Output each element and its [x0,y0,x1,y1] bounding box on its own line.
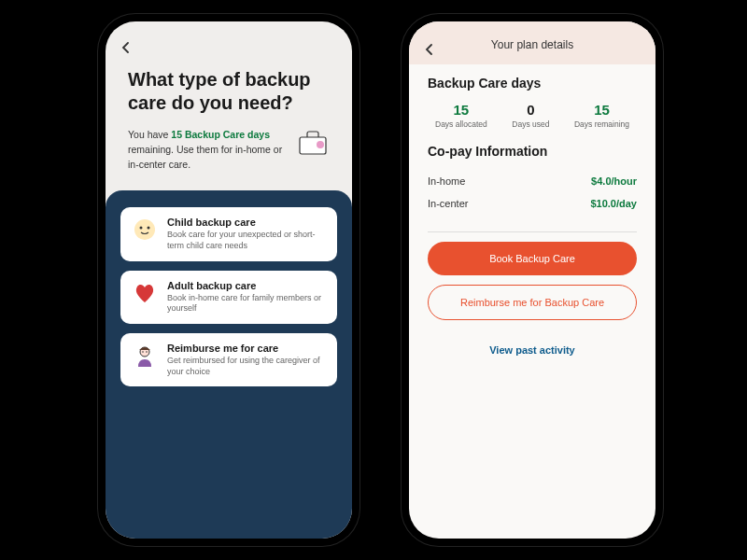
page-title: What type of backup care do you need? [128,68,330,115]
svg-point-4 [148,227,150,230]
back-button[interactable] [424,38,435,60]
card-desc: Book care for your unexpected or short-t… [167,230,326,251]
svg-point-2 [134,219,155,240]
stats-row: 15 Days allocated 0 Days used 15 Days re… [428,102,637,129]
card-reimburse[interactable]: Reimburse me for care Get reimbursed for… [120,333,337,386]
person-icon [132,343,158,369]
copay-row-incenter: In-center $10.0/day [428,192,637,215]
stat-used: 0 Days used [512,102,549,129]
phone-frame-left: What type of backup care do you need? Yo… [98,14,359,546]
reimburse-button[interactable]: Reimburse me for Backup Care [428,285,637,320]
back-button[interactable] [120,36,132,58]
child-icon [132,217,158,243]
svg-point-1 [317,141,324,148]
stat-allocated: 15 Days allocated [435,102,487,129]
copay-row-inhome: In-home $4.0/hour [428,170,637,192]
card-title: Reimburse me for care [167,343,326,354]
card-desc: Get reimbursed for using the caregiver o… [167,356,326,377]
heart-icon [132,280,158,306]
svg-point-6 [142,351,144,353]
screen-right: Your plan details Backup Care days 15 Da… [409,21,655,539]
svg-point-7 [146,351,148,353]
svg-point-3 [140,227,143,230]
header-title: Your plan details [409,38,655,51]
view-past-activity-link[interactable]: View past activity [428,333,637,367]
backup-days-title: Backup Care days [428,76,637,91]
card-adult-care[interactable]: Adult backup care Book in-home care for … [120,271,337,324]
header-bar: Your plan details [409,21,655,64]
screen-left: What type of backup care do you need? Yo… [106,21,352,539]
decorative-dots [0,0,112,560]
subtitle: You have 15 Backup Care days remaining. … [128,128,285,172]
stat-remaining: 15 Days remaining [574,102,629,129]
card-title: Child backup care [167,217,326,228]
options-panel: Child backup care Book care for your une… [106,190,352,539]
book-backup-care-button[interactable]: Book Backup Care [428,242,637,275]
card-title: Adult backup care [167,280,326,291]
card-child-care[interactable]: Child backup care Book care for your une… [120,207,337,260]
divider [428,231,637,232]
briefcase-icon [296,128,330,156]
phone-frame-right: Your plan details Backup Care days 15 Da… [402,14,663,546]
copay-title: Co-pay Information [428,144,637,159]
card-desc: Book in-home care for family members or … [167,293,326,315]
